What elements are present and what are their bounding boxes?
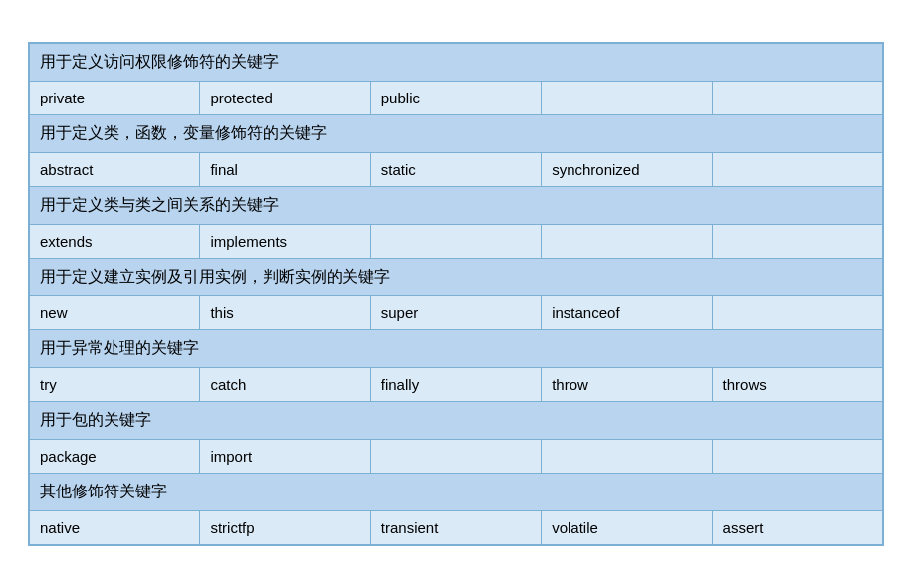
data-row-3-0: newthissuperinstanceof — [30, 296, 883, 330]
cell-5-0-2 — [370, 440, 541, 474]
section-header-6: 其他修饰符关键字 — [30, 474, 883, 511]
section-header-0: 用于定义访问权限修饰符的关键字 — [30, 44, 883, 82]
cell-5-0-4 — [712, 440, 882, 474]
cell-0-0-0: private — [30, 82, 200, 115]
cell-2-0-2 — [370, 225, 541, 259]
cell-6-0-4: assert — [712, 511, 882, 545]
section-header-4: 用于异常处理的关键字 — [30, 330, 883, 368]
cell-0-0-1: protected — [200, 82, 370, 115]
section-header-2: 用于定义类与类之间关系的关键字 — [30, 187, 883, 225]
cell-5-0-1: import — [200, 440, 370, 474]
cell-5-0-0: package — [30, 440, 200, 474]
section-header-1: 用于定义类，函数，变量修饰符的关键字 — [30, 115, 883, 153]
cell-4-0-2: finally — [370, 368, 541, 402]
cell-1-0-0: abstract — [30, 153, 200, 187]
cell-6-0-1: strictfp — [200, 511, 370, 545]
cell-6-0-2: transient — [370, 511, 541, 545]
cell-3-0-2: super — [370, 296, 541, 330]
data-row-5-0: packageimport — [30, 440, 883, 474]
section-header-text-4: 用于异常处理的关键字 — [30, 330, 883, 368]
cell-4-0-1: catch — [200, 368, 370, 402]
keywords-table: 用于定义访问权限修饰符的关键字privateprotectedpublic用于定… — [28, 42, 884, 546]
cell-0-0-3 — [542, 82, 712, 115]
cell-0-0-4 — [712, 82, 882, 115]
cell-2-0-0: extends — [30, 225, 200, 259]
cell-2-0-4 — [712, 225, 882, 259]
section-header-3: 用于定义建立实例及引用实例，判断实例的关键字 — [30, 259, 883, 296]
data-row-6-0: nativestrictfptransientvolatileassert — [30, 511, 883, 545]
cell-6-0-0: native — [30, 511, 200, 545]
cell-4-0-4: throws — [712, 368, 882, 402]
section-header-text-5: 用于包的关键字 — [30, 402, 883, 440]
cell-1-0-3: synchronized — [542, 153, 712, 187]
cell-3-0-3: instanceof — [542, 296, 712, 330]
cell-2-0-3 — [542, 225, 712, 259]
data-row-0-0: privateprotectedpublic — [30, 82, 883, 115]
cell-3-0-4 — [712, 296, 882, 330]
section-header-text-1: 用于定义类，函数，变量修饰符的关键字 — [30, 115, 883, 153]
section-header-5: 用于包的关键字 — [30, 402, 883, 440]
cell-0-0-2: public — [370, 82, 541, 115]
cell-5-0-3 — [542, 440, 712, 474]
cell-4-0-3: throw — [542, 368, 712, 402]
cell-1-0-4 — [712, 153, 882, 187]
cell-1-0-1: final — [200, 153, 370, 187]
cell-2-0-1: implements — [200, 225, 370, 259]
cell-3-0-0: new — [30, 296, 200, 330]
cell-1-0-2: static — [370, 153, 541, 187]
section-header-text-2: 用于定义类与类之间关系的关键字 — [30, 187, 883, 225]
cell-3-0-1: this — [200, 296, 370, 330]
section-header-text-3: 用于定义建立实例及引用实例，判断实例的关键字 — [30, 259, 883, 296]
data-row-4-0: trycatchfinallythrowthrows — [30, 368, 883, 402]
section-header-text-0: 用于定义访问权限修饰符的关键字 — [30, 44, 883, 82]
data-row-1-0: abstractfinalstaticsynchronized — [30, 153, 883, 187]
data-row-2-0: extendsimplements — [30, 225, 883, 259]
cell-4-0-0: try — [30, 368, 200, 402]
section-header-text-6: 其他修饰符关键字 — [30, 474, 883, 511]
cell-6-0-3: volatile — [542, 511, 712, 545]
